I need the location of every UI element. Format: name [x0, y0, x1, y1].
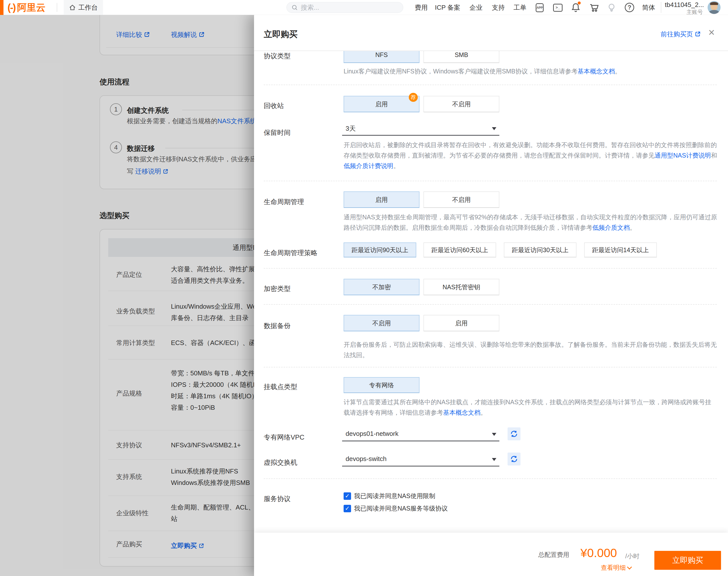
- avatar-body: [709, 10, 719, 14]
- lowfreq-billing-doc-link[interactable]: 低频介质计费说明: [343, 162, 393, 169]
- brand-strip: [0, 0, 3, 15]
- divider: [661, 2, 661, 13]
- screen: 详细比较 视频解说 使用流程 1 创建文件系统 根据业务需要，创建适当规格的NA…: [0, 0, 728, 576]
- cart-icon[interactable]: [589, 2, 599, 12]
- lifecycle-disable-button[interactable]: 不启用: [423, 192, 499, 208]
- vswitch-select[interactable]: devops-switch: [342, 452, 499, 466]
- lifecycle-desc: 通用型NAS支持数据生命周期管理，最高可节省92%的存储成本，无须手动迁移数据，…: [343, 212, 717, 233]
- section-divider: [264, 181, 717, 181]
- menu-item-fee[interactable]: 费用: [415, 0, 428, 15]
- home-icon: [69, 4, 76, 11]
- vpc-refresh-button[interactable]: [508, 427, 520, 440]
- mount-desc: 计算节点需要通过其所在网络中的NAS挂载点，才能连接到NAS文件系统，挂载点的网…: [343, 397, 717, 418]
- menu-item-enterprise[interactable]: 企业: [469, 0, 482, 15]
- checkbox-checked[interactable]: ✓: [343, 505, 351, 512]
- lowfreq-doc-link[interactable]: 低频介质文档: [593, 224, 630, 231]
- avatar[interactable]: [707, 1, 721, 14]
- price-unit: /小时: [625, 552, 639, 560]
- external-link-icon: [694, 31, 701, 39]
- lifecycle-label: 生命周期管理: [264, 197, 304, 206]
- retention-select[interactable]: 3天: [342, 121, 499, 136]
- caret-down-icon: [492, 127, 496, 130]
- view-detail-link[interactable]: 查看明细: [601, 564, 631, 572]
- basic-concept-doc-link[interactable]: 基本概念文档: [577, 68, 615, 75]
- notification-dot: [578, 1, 581, 4]
- basic-concept-doc-link[interactable]: 基本概念文档: [443, 409, 480, 416]
- backup-desc: 开启备份服务后，可防止因勒索病毒、运维失误、误删除等给您带来的数据事故。了解备份…: [343, 339, 717, 360]
- alibaba-cloud-logo[interactable]: (-) 阿里云: [7, 0, 46, 15]
- lifecycle-enable-button[interactable]: 启用: [343, 192, 420, 208]
- backup-label: 数据备份: [264, 321, 291, 330]
- vpc-select[interactable]: devops01-network: [342, 426, 499, 441]
- buy-now-button[interactable]: 立即购买: [654, 551, 721, 570]
- terminal-icon[interactable]: >_: [553, 3, 563, 12]
- mount-vpc-button[interactable]: 专有网络: [343, 377, 420, 393]
- caret-down-icon: [492, 433, 496, 436]
- section-divider: [264, 85, 717, 85]
- backup-enable-button[interactable]: 启用: [423, 315, 499, 331]
- goto-purchase-page-link[interactable]: 前往购买页: [661, 30, 701, 39]
- backup-disable-button[interactable]: 不启用: [343, 315, 420, 331]
- policy-option-14d[interactable]: 距最近访问14天以上: [584, 242, 657, 257]
- lightbulb-icon[interactable]: [607, 2, 616, 12]
- app-icon[interactable]: APP: [535, 3, 545, 13]
- total-price: ¥0.000: [580, 546, 617, 560]
- global-topbar: (-) 阿里云 工作台 搜索... 费用 ICP 备案 企业 支持 工单 APP…: [0, 0, 728, 15]
- recycle-label: 回收站: [264, 101, 284, 110]
- logo-mark-icon: (-): [7, 2, 15, 13]
- close-icon[interactable]: ×: [708, 27, 715, 38]
- vswitch-refresh-button[interactable]: [508, 453, 520, 465]
- section-divider: [264, 268, 717, 268]
- section-divider: [264, 304, 717, 305]
- fee-label: 总配置费用: [538, 551, 569, 559]
- recycle-enable-button[interactable]: 启用: [343, 96, 420, 112]
- policy-option-30d[interactable]: 距最近访问30天以上: [504, 242, 576, 257]
- encrypt-none-button[interactable]: 不加密: [343, 279, 420, 295]
- divider: [57, 3, 57, 12]
- modal-body: 协议类型 NFS SMB Linux客户端建议使用NFS协议，Windows客户…: [254, 51, 728, 533]
- search-input[interactable]: 搜索...: [286, 2, 403, 13]
- recycle-disable-button[interactable]: 不启用: [423, 96, 499, 112]
- avatar-hair: [710, 2, 718, 5]
- policy-option-60d[interactable]: 距最近访问60天以上: [423, 242, 496, 257]
- retention-label: 保留时间: [264, 128, 291, 137]
- agreement-item: ✓ 我已阅读并同意 NAS服务等级协议: [343, 504, 448, 513]
- search-icon: [291, 4, 298, 11]
- section-divider: [264, 367, 717, 367]
- recommend-badge: 荐: [409, 93, 418, 102]
- vpc-label: 专有网络VPC: [264, 433, 305, 442]
- checkbox-checked[interactable]: ✓: [343, 492, 351, 500]
- account-name[interactable]: tb411045_2...: [665, 1, 703, 9]
- menu-item-icp[interactable]: ICP 备案: [435, 0, 460, 15]
- encrypt-label: 加密类型: [264, 284, 291, 293]
- encrypt-managed-key-button[interactable]: NAS托管密钥: [423, 279, 499, 295]
- logo-text: 阿里云: [17, 1, 46, 14]
- agreement-label: 服务协议: [264, 494, 291, 503]
- protocol-desc: Linux客户端建议使用NFS协议，Windows客户端建议使用SMB协议，详细…: [343, 66, 717, 77]
- protocol-option-smb[interactable]: SMB: [423, 51, 499, 63]
- section-divider: [264, 479, 717, 479]
- mount-label: 挂载点类型: [264, 382, 297, 391]
- recycle-desc: 开启回收站后，被删除的文件或目录将暂存在回收中，有效避免误删。功能本身不收取任何…: [343, 140, 717, 171]
- search-placeholder: 搜索...: [301, 3, 319, 12]
- caret-down-icon: [492, 458, 496, 461]
- nas-billing-doc-link[interactable]: 通用型NAS计费说明: [655, 152, 711, 159]
- modal-footer: 总配置费用 ¥0.000 /小时 查看明细 立即购买: [254, 533, 728, 576]
- policy-option-90d[interactable]: 距最近访问90天以上: [343, 242, 416, 257]
- vswitch-label: 虚拟交换机: [264, 458, 297, 467]
- modal-title: 立即购买: [264, 29, 298, 40]
- agreement-item: ✓ 我已阅读并同意 NAS使用限制: [343, 492, 435, 500]
- workbench-tab[interactable]: 工作台: [64, 0, 103, 15]
- language-switch[interactable]: 简体: [642, 0, 655, 15]
- chevron-down-icon: [627, 565, 632, 570]
- help-icon[interactable]: ?: [625, 3, 634, 12]
- nas-sla-link[interactable]: NAS服务等级协议: [398, 504, 448, 513]
- account-type: 主账号: [665, 8, 703, 16]
- menu-item-ticket[interactable]: 工单: [514, 0, 526, 15]
- protocol-option-nfs[interactable]: NFS: [343, 51, 420, 63]
- purchase-modal: 立即购买 前往购买页 × 协议类型 NFS SMB Linux客户端建议使用NF…: [254, 15, 728, 576]
- policy-label: 生命周期管理策略: [264, 249, 317, 257]
- modal-header: 立即购买 前往购买页 ×: [254, 15, 728, 51]
- menu-item-support[interactable]: 支持: [492, 0, 505, 15]
- nas-usage-limit-link[interactable]: NAS使用限制: [398, 492, 435, 500]
